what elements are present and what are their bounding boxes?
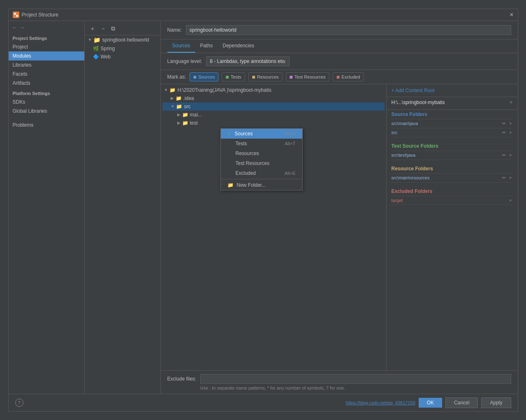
test-folder-item[interactable]: ▶ 📁 test bbox=[162, 119, 385, 127]
copy-module-button[interactable]: ⧉ bbox=[109, 24, 117, 33]
exclude-hint: Use ; to separate name patterns, * for a… bbox=[167, 385, 511, 390]
module-root-item[interactable]: ▼ 📁 springboot-helloworld bbox=[85, 35, 160, 44]
sidebar-item-facets[interactable]: Facets bbox=[9, 70, 84, 79]
sidebar: ← → Project Settings Project Modules Lib… bbox=[9, 21, 85, 394]
context-tests-item[interactable]: Tests Alt+T bbox=[221, 139, 302, 149]
name-label: Name: bbox=[167, 27, 182, 33]
expand-arrow: ▼ bbox=[88, 37, 92, 42]
mark-tests-button[interactable]: ■ Tests bbox=[222, 72, 245, 81]
idea-expand-arrow: ▶ bbox=[171, 96, 174, 100]
apply-button[interactable]: Apply bbox=[481, 397, 511, 408]
excluded-folders-title: Excluded Folders bbox=[392, 188, 513, 194]
sources-icon: ■ bbox=[193, 74, 197, 80]
language-select[interactable]: 8 - Lambdas, type annotations etc. bbox=[206, 56, 290, 66]
content-split: ▼ 📁 H:\2020Training(JAVA )\springboot-my… bbox=[161, 84, 518, 370]
excluded-icon: ■ bbox=[336, 74, 340, 80]
svg-rect-1 bbox=[16, 15, 18, 17]
context-resources-item[interactable]: Resources bbox=[221, 149, 302, 158]
tabs: Sources Paths Dependencies bbox=[161, 39, 518, 53]
tab-paths[interactable]: Paths bbox=[195, 39, 218, 53]
source-folders-title: Source Folders bbox=[392, 111, 513, 117]
edit-resource-0-button[interactable]: ✏ bbox=[501, 175, 507, 181]
cancel-button[interactable]: Cancel bbox=[445, 397, 478, 408]
remove-excluded-0-button[interactable]: × bbox=[508, 198, 512, 203]
idea-folder-item[interactable]: ▶ 📁 .idea bbox=[162, 94, 385, 102]
project-settings-label: Project Settings bbox=[9, 32, 84, 42]
exclude-label: Exclude files: bbox=[167, 376, 197, 382]
bottom-row: Exclude files: Use ; to separate name pa… bbox=[161, 370, 518, 394]
sidebar-item-modules[interactable]: Modules bbox=[9, 51, 84, 60]
main-folder-icon: 📁 bbox=[182, 112, 188, 118]
remove-module-button[interactable]: － bbox=[99, 24, 108, 33]
context-menu: ✓ Sources Alt+S Tests Alt+T bbox=[220, 128, 303, 190]
tests-icon: ■ bbox=[225, 74, 229, 80]
close-button[interactable]: × bbox=[510, 12, 513, 18]
context-sources-item[interactable]: ✓ Sources Alt+S bbox=[221, 129, 302, 139]
add-module-button[interactable]: ＋ bbox=[88, 24, 97, 33]
exclude-input[interactable] bbox=[200, 374, 511, 384]
mark-resources-button[interactable]: ■ Resources bbox=[248, 72, 283, 81]
test-folder-entry-0: src\test\java ✏ × bbox=[392, 152, 513, 159]
resources-icon: ■ bbox=[252, 74, 255, 80]
add-content-root-button[interactable]: + Add Content Root bbox=[392, 88, 435, 93]
tab-dependencies[interactable]: Dependencies bbox=[218, 39, 259, 53]
tab-sources[interactable]: Sources bbox=[167, 39, 195, 53]
remove-source-1-button[interactable]: × bbox=[508, 130, 512, 135]
sidebar-item-global-libraries[interactable]: Global Libraries bbox=[9, 107, 84, 116]
remove-source-0-button[interactable]: × bbox=[508, 121, 512, 126]
excluded-folders-section: Excluded Folders target × bbox=[387, 187, 518, 207]
remove-test-0-button[interactable]: × bbox=[508, 153, 512, 158]
module-tree: ＋ － ⧉ ▼ 📁 springboot-helloworld 🌿 Spring… bbox=[85, 21, 161, 394]
source-folders-section: Source Folders src\main\java ✏ × src bbox=[387, 110, 518, 140]
context-separator bbox=[221, 179, 302, 179]
web-facet-item[interactable]: 🔷 Web bbox=[85, 53, 160, 61]
info-panel: + Add Content Root H:\...\springboot-myb… bbox=[386, 84, 518, 370]
tree-root[interactable]: ▼ 📁 H:\2020Training(JAVA )\springboot-my… bbox=[162, 86, 385, 94]
sidebar-item-artifacts[interactable]: Artifacts bbox=[9, 79, 84, 88]
edit-source-1-button[interactable]: ✏ bbox=[501, 130, 507, 135]
root-folder-icon: 📁 bbox=[169, 87, 176, 93]
mark-test-resources-button[interactable]: ■ Test Resources bbox=[286, 72, 329, 81]
root-expand-arrow: ▼ bbox=[164, 88, 168, 92]
mark-as-row: Mark as: ■ Sources ■ Tests ■ Resources ■… bbox=[161, 70, 518, 84]
test-folder-icon: 📁 bbox=[182, 120, 188, 126]
mark-sources-button[interactable]: ■ Sources bbox=[190, 72, 219, 81]
context-new-folder-item[interactable]: 📁 New Folder... bbox=[221, 180, 302, 190]
ok-button[interactable]: OK bbox=[419, 398, 442, 408]
nav-back-button[interactable]: ← bbox=[12, 24, 18, 31]
test-expand-arrow: ▶ bbox=[177, 121, 181, 125]
resource-folders-title: Resource Folders bbox=[392, 166, 513, 172]
footer: ? https://blog.csdn.net/qq_43617159 OK C… bbox=[9, 394, 518, 411]
mark-as-label: Mark as: bbox=[167, 74, 186, 80]
test-resources-icon: ■ bbox=[290, 74, 293, 80]
idea-folder-icon: 📁 bbox=[176, 95, 182, 101]
title-bar: Project Structure × bbox=[9, 9, 518, 21]
src-folder-item[interactable]: ▼ 📁 src bbox=[162, 102, 385, 111]
remove-resource-0-button[interactable]: × bbox=[508, 175, 512, 180]
main-folder-item[interactable]: ▶ 📁 mai... bbox=[162, 111, 385, 119]
source-folder-entry-0: src\main\java ✏ × bbox=[392, 120, 513, 127]
nav-forward-button[interactable]: → bbox=[19, 24, 25, 31]
sidebar-item-project[interactable]: Project bbox=[9, 42, 84, 51]
content-root-panel: H:\...\springboot-mybatis × bbox=[387, 97, 518, 110]
mark-excluded-button[interactable]: ■ Excluded bbox=[333, 72, 364, 81]
excluded-folder-entry-0: target × bbox=[392, 197, 513, 204]
sidebar-item-libraries[interactable]: Libraries bbox=[9, 60, 84, 70]
check-icon: ✓ bbox=[227, 131, 232, 137]
content-root-close-button[interactable]: × bbox=[510, 100, 512, 105]
app-icon bbox=[13, 12, 19, 18]
sidebar-item-sdks[interactable]: SDKs bbox=[9, 97, 84, 107]
edit-test-0-button[interactable]: ✏ bbox=[501, 153, 507, 158]
help-button[interactable]: ? bbox=[15, 399, 23, 407]
context-test-resources-item[interactable]: Test Resources bbox=[221, 158, 302, 168]
platform-settings-label: Platform Settings bbox=[9, 88, 84, 97]
name-input[interactable] bbox=[186, 25, 511, 35]
spring-facet-item[interactable]: 🌿 Spring bbox=[85, 44, 160, 53]
spring-icon: 🌿 bbox=[93, 46, 99, 51]
test-source-folders-section: Test Source Folders src\test\java ✏ × bbox=[387, 142, 518, 162]
edit-source-0-button[interactable]: ✏ bbox=[501, 121, 507, 126]
context-excluded-item[interactable]: Excluded Alt+E bbox=[221, 168, 302, 178]
sidebar-item-problems[interactable]: Problems bbox=[9, 121, 84, 130]
main-content: ← → Project Settings Project Modules Lib… bbox=[9, 21, 518, 394]
dialog-title: Project Structure bbox=[22, 12, 58, 18]
